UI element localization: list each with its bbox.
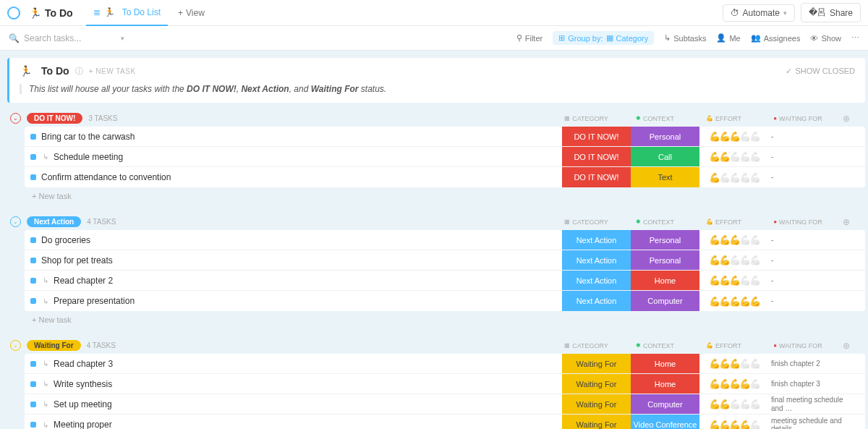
category-cell[interactable]: Next Action	[562, 250, 631, 270]
col-context[interactable]: ✱CONTEXT	[621, 115, 689, 122]
category-cell[interactable]: Waiting For	[562, 354, 631, 373]
effort-cell[interactable]: 💪💪💪💪💪	[699, 167, 768, 187]
waiting-for-cell[interactable]: -	[768, 147, 848, 166]
col-context[interactable]: ✱CONTEXT	[621, 218, 689, 226]
show-closed-button[interactable]: ✓ SHOW CLOSED	[786, 67, 855, 76]
effort-cell[interactable]: 💪💪💪💪💪	[699, 415, 768, 429]
new-task-button[interactable]: + New task	[25, 187, 865, 205]
more-button[interactable]: ⋯	[851, 33, 859, 43]
waiting-for-cell[interactable]: -	[768, 230, 848, 250]
col-effort[interactable]: 💪EFFORT	[689, 342, 758, 349]
context-cell[interactable]: Home	[631, 271, 699, 290]
context-cell[interactable]: Call	[631, 147, 699, 166]
task-title-cell[interactable]: ↳Read chapter 2	[25, 271, 562, 290]
collapse-toggle[interactable]: ⌄	[10, 340, 21, 351]
waiting-for-cell[interactable]: finish chapter 2	[768, 354, 848, 373]
task-title-cell[interactable]: ↳Write synthesis	[25, 374, 562, 394]
task-row[interactable]: Confirm attendance to conventionDO IT NO…	[25, 167, 865, 187]
col-effort[interactable]: 💪EFFORT	[689, 115, 758, 122]
category-cell[interactable]: Waiting For	[562, 394, 631, 414]
category-cell[interactable]: DO IT NOW!	[562, 147, 631, 166]
col-waiting-for[interactable]: ●WAITING FOR	[758, 115, 838, 122]
add-column-button[interactable]: ⊕	[838, 341, 855, 351]
category-cell[interactable]: Waiting For	[562, 374, 631, 394]
task-row[interactable]: ↳Read chapter 3Waiting ForHome💪💪💪💪💪finis…	[25, 354, 865, 374]
status-square-icon[interactable]	[30, 422, 36, 428]
waiting-for-cell[interactable]: -	[768, 291, 848, 311]
task-row[interactable]: ↳Set up meetingWaiting ForComputer💪💪💪💪💪f…	[25, 394, 865, 415]
task-row[interactable]: ↳Prepare presentationNext ActionComputer…	[25, 291, 865, 311]
col-effort[interactable]: 💪EFFORT	[689, 218, 758, 226]
waiting-for-cell[interactable]: finish chapter 3	[768, 374, 848, 394]
task-title-cell[interactable]: Do groceries	[25, 230, 562, 250]
context-cell[interactable]: Text	[631, 167, 699, 187]
status-square-icon[interactable]	[30, 174, 36, 180]
category-cell[interactable]: Waiting For	[562, 415, 631, 429]
status-square-icon[interactable]	[30, 298, 36, 304]
task-row[interactable]: Bring car to the carwashDO IT NOW!Person…	[25, 127, 865, 147]
context-cell[interactable]: Home	[631, 374, 699, 394]
context-cell[interactable]: Computer	[631, 394, 699, 414]
category-cell[interactable]: Next Action	[562, 230, 631, 250]
group-pill[interactable]: Waiting For	[27, 340, 81, 351]
status-square-icon[interactable]	[30, 402, 36, 407]
effort-cell[interactable]: 💪💪💪💪💪	[699, 230, 768, 250]
effort-cell[interactable]: 💪💪💪💪💪	[699, 127, 768, 146]
task-title-cell[interactable]: Bring car to the carwash	[25, 127, 562, 146]
category-cell[interactable]: DO IT NOW!	[562, 127, 631, 146]
effort-cell[interactable]: 💪💪💪💪💪	[699, 147, 768, 166]
search-input[interactable]: 🔍 Search tasks... ▾	[9, 33, 124, 43]
col-waiting-for[interactable]: ●WAITING FOR	[758, 218, 838, 226]
status-square-icon[interactable]	[30, 134, 36, 140]
add-column-button[interactable]: ⊕	[838, 114, 855, 124]
status-square-icon[interactable]	[30, 154, 36, 160]
share-button[interactable]: �呂 Share	[801, 3, 861, 22]
effort-cell[interactable]: 💪💪💪💪💪	[699, 250, 768, 270]
effort-cell[interactable]: 💪💪💪💪💪	[699, 374, 768, 394]
context-cell[interactable]: Personal	[631, 250, 699, 270]
col-context[interactable]: ✱CONTEXT	[621, 342, 689, 349]
col-category[interactable]: ▦CATEGORY	[552, 218, 621, 226]
task-title-cell[interactable]: Shop for pet treats	[25, 250, 562, 270]
waiting-for-cell[interactable]: meeting schedule and details	[768, 415, 848, 429]
show-button[interactable]: 👁 Show	[810, 34, 841, 43]
waiting-for-cell[interactable]: -	[768, 127, 848, 146]
task-row[interactable]: ↳Write synthesisWaiting ForHome💪💪💪💪💪fini…	[25, 374, 865, 394]
col-waiting-for[interactable]: ●WAITING FOR	[758, 342, 838, 349]
col-category[interactable]: ▦CATEGORY	[552, 342, 621, 349]
context-cell[interactable]: Personal	[631, 230, 699, 250]
effort-cell[interactable]: 💪💪💪💪💪	[699, 354, 768, 373]
task-row[interactable]: ↳Schedule meetingDO IT NOW!Call💪💪💪💪💪-	[25, 147, 865, 167]
tab-todo-list[interactable]: ≣ 🏃 To Do List	[86, 0, 168, 26]
group-pill[interactable]: Next Action	[27, 216, 81, 227]
status-square-icon[interactable]	[30, 361, 36, 367]
groupby-button[interactable]: ⊞ Group by: ▦ Category	[553, 31, 654, 45]
task-title-cell[interactable]: ↳Set up meeting	[25, 394, 562, 414]
assignees-button[interactable]: 👥 Assignees	[751, 33, 801, 43]
status-square-icon[interactable]	[30, 278, 36, 284]
task-row[interactable]: Do groceriesNext ActionPersonal💪💪💪💪💪-	[25, 230, 865, 250]
new-task-button[interactable]: + New task	[25, 311, 865, 328]
status-square-icon[interactable]	[30, 258, 36, 263]
task-title-cell[interactable]: ↳Schedule meeting	[25, 147, 562, 166]
filter-button[interactable]: ⚲ Filter	[516, 33, 542, 43]
waiting-for-cell[interactable]: -	[768, 271, 848, 290]
waiting-for-cell[interactable]: -	[768, 167, 848, 187]
context-cell[interactable]: Computer	[631, 291, 699, 311]
col-category[interactable]: ▦CATEGORY	[552, 115, 621, 122]
info-icon[interactable]: ⓘ	[75, 66, 83, 77]
group-pill[interactable]: DO IT NOW!	[27, 113, 82, 124]
new-task-header-button[interactable]: + NEW TASK	[89, 67, 136, 75]
waiting-for-cell[interactable]: final meeting schedule and …	[768, 394, 848, 414]
effort-cell[interactable]: 💪💪💪💪💪	[699, 291, 768, 311]
collapse-toggle[interactable]: ⌄	[10, 216, 21, 227]
task-title-cell[interactable]: Confirm attendance to convention	[25, 167, 562, 187]
context-cell[interactable]: Personal	[631, 127, 699, 146]
subtasks-button[interactable]: ↳ Subtasks	[664, 33, 706, 43]
automate-button[interactable]: ⏱ Automate ▾	[723, 4, 795, 22]
task-title-cell[interactable]: ↳Meeting proper	[25, 415, 562, 429]
me-button[interactable]: 👤 Me	[716, 33, 740, 43]
category-cell[interactable]: Next Action	[562, 271, 631, 290]
effort-cell[interactable]: 💪💪💪💪💪	[699, 271, 768, 290]
space-title[interactable]: 🏃 To Do	[29, 7, 73, 19]
